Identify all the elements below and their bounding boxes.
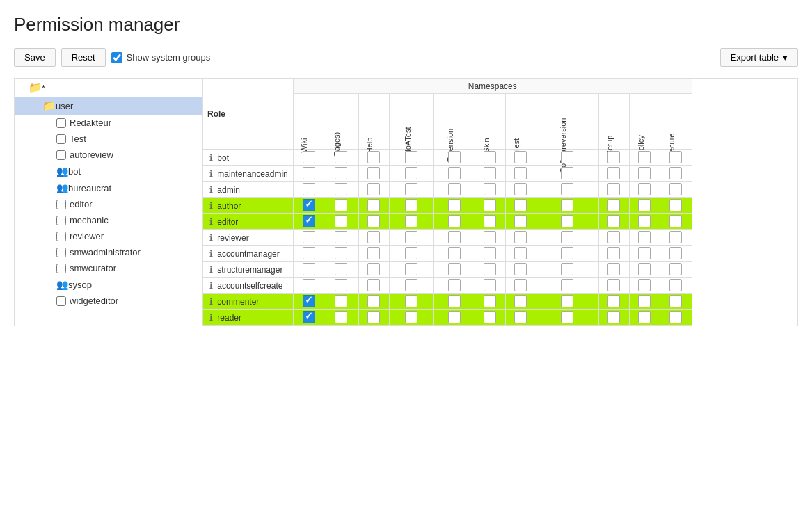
perm-checkbox[interactable]: [638, 263, 651, 275]
perm-cell[interactable]: [629, 182, 660, 198]
wiki-cell[interactable]: [294, 166, 324, 182]
perm-cell[interactable]: [433, 246, 475, 262]
info-button[interactable]: ℹ: [207, 200, 215, 211]
perm-cell[interactable]: [475, 294, 505, 310]
perm-checkbox[interactable]: [514, 167, 527, 179]
perm-checkbox[interactable]: [405, 247, 417, 259]
perm-cell[interactable]: [389, 166, 433, 182]
perm-cell[interactable]: [475, 166, 505, 182]
perm-cell[interactable]: [629, 150, 660, 166]
perm-cell[interactable]: [505, 214, 536, 230]
perm-checkbox[interactable]: [484, 247, 496, 259]
perm-checkbox[interactable]: [367, 247, 380, 259]
perm-checkbox[interactable]: [561, 215, 573, 227]
perm-cell[interactable]: [324, 166, 359, 182]
perm-cell[interactable]: [660, 214, 692, 230]
perm-cell[interactable]: [660, 262, 692, 278]
perm-checkbox[interactable]: [607, 263, 620, 275]
perm-checkbox[interactable]: [669, 295, 682, 307]
perm-cell[interactable]: [433, 166, 475, 182]
perm-cell[interactable]: [536, 182, 598, 198]
perm-cell[interactable]: [324, 150, 359, 166]
perm-checkbox[interactable]: [405, 167, 417, 179]
info-button[interactable]: ℹ: [207, 152, 215, 163]
perm-cell[interactable]: [660, 294, 692, 310]
perm-checkbox[interactable]: [367, 295, 380, 307]
perm-checkbox[interactable]: [405, 295, 417, 307]
perm-checkbox[interactable]: [367, 167, 380, 179]
perm-checkbox[interactable]: [367, 215, 380, 227]
perm-cell[interactable]: [660, 246, 692, 262]
list-item[interactable]: Test: [15, 131, 202, 147]
perm-checkbox[interactable]: [607, 247, 620, 259]
wiki-cell[interactable]: [294, 262, 324, 278]
perm-checkbox[interactable]: [448, 183, 461, 195]
perm-checkbox[interactable]: [405, 183, 417, 195]
perm-checkbox[interactable]: [405, 231, 417, 243]
reset-button[interactable]: Reset: [61, 48, 106, 67]
perm-checkbox[interactable]: [669, 183, 682, 195]
perm-checkbox[interactable]: [607, 231, 620, 243]
perm-checkbox[interactable]: [638, 231, 651, 243]
perm-cell[interactable]: [505, 246, 536, 262]
editor-checkbox[interactable]: [56, 200, 66, 209]
perm-checkbox[interactable]: [607, 295, 620, 307]
perm-cell[interactable]: [475, 246, 505, 262]
perm-checkbox[interactable]: [484, 167, 496, 179]
perm-checkbox[interactable]: [367, 231, 380, 243]
export-table-button[interactable]: Export table ▾: [720, 48, 798, 67]
perm-checkbox[interactable]: [561, 279, 573, 291]
perm-cell[interactable]: [389, 246, 433, 262]
wiki-cell[interactable]: [294, 182, 324, 198]
perm-checkbox[interactable]: [448, 263, 461, 275]
perm-cell[interactable]: [324, 294, 359, 310]
perm-checkbox[interactable]: [484, 215, 496, 227]
show-system-groups-label[interactable]: Show system groups: [111, 52, 211, 63]
perm-checkbox[interactable]: [367, 263, 380, 275]
perm-cell[interactable]: [433, 150, 475, 166]
list-item[interactable]: 👥 bot: [15, 163, 202, 179]
wiki-checkbox[interactable]: [303, 263, 315, 275]
perm-cell[interactable]: [389, 278, 433, 294]
save-button[interactable]: Save: [14, 48, 56, 67]
perm-checkbox[interactable]: [448, 167, 461, 179]
wiki-cell[interactable]: [294, 278, 324, 294]
perm-cell[interactable]: [358, 214, 389, 230]
perm-cell[interactable]: [389, 294, 433, 310]
info-button[interactable]: ℹ: [207, 296, 215, 307]
perm-checkbox[interactable]: [405, 151, 417, 163]
wiki-checkbox[interactable]: [303, 311, 315, 323]
wiki-cell[interactable]: [294, 150, 324, 166]
perm-checkbox[interactable]: [448, 215, 461, 227]
mechanic-checkbox[interactable]: [56, 216, 66, 225]
perm-checkbox[interactable]: [514, 247, 527, 259]
perm-cell[interactable]: [475, 214, 505, 230]
perm-checkbox[interactable]: [607, 167, 620, 179]
perm-cell[interactable]: [505, 294, 536, 310]
perm-checkbox[interactable]: [484, 231, 496, 243]
perm-checkbox[interactable]: [514, 311, 527, 323]
wiki-checkbox[interactable]: [303, 279, 315, 291]
list-item[interactable]: mechanic: [15, 212, 202, 228]
perm-cell[interactable]: [598, 182, 629, 198]
test-checkbox[interactable]: [56, 134, 66, 144]
perm-checkbox[interactable]: [607, 199, 620, 211]
perm-cell[interactable]: [660, 166, 692, 182]
perm-cell[interactable]: [505, 198, 536, 214]
perm-cell[interactable]: [629, 294, 660, 310]
perm-cell[interactable]: [536, 278, 598, 294]
perm-cell[interactable]: [505, 262, 536, 278]
perm-cell[interactable]: [598, 150, 629, 166]
perm-checkbox[interactable]: [669, 167, 682, 179]
perm-checkbox[interactable]: [367, 279, 380, 291]
perm-cell[interactable]: [389, 214, 433, 230]
autoreview-checkbox[interactable]: [56, 150, 66, 160]
perm-cell[interactable]: [389, 310, 433, 326]
perm-cell[interactable]: [475, 278, 505, 294]
perm-cell[interactable]: [598, 166, 629, 182]
info-button[interactable]: ℹ: [207, 216, 215, 227]
perm-cell[interactable]: [433, 294, 475, 310]
perm-cell[interactable]: [598, 198, 629, 214]
list-item[interactable]: widgeteditor: [15, 293, 202, 309]
perm-checkbox[interactable]: [514, 263, 527, 275]
